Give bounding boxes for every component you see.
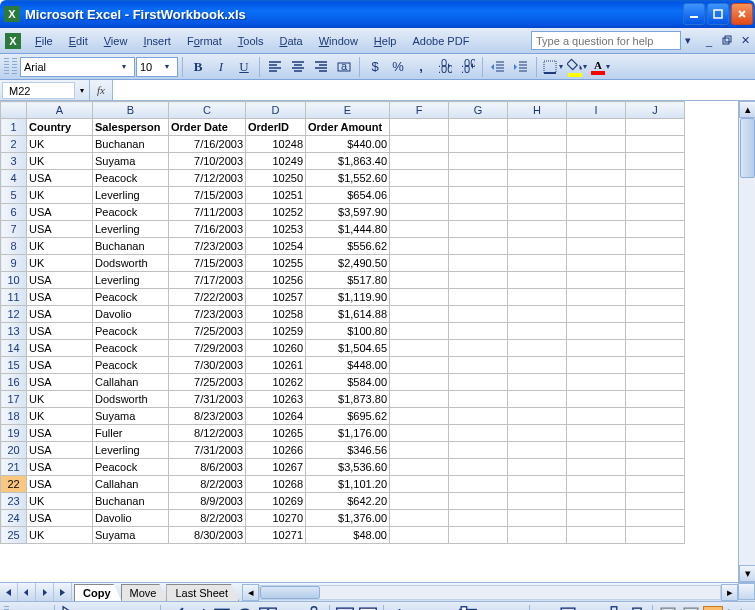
cell[interactable] xyxy=(567,289,626,306)
toggle-grid-button[interactable] xyxy=(703,606,723,611)
cell[interactable]: UK xyxy=(27,408,93,425)
cell[interactable]: 10255 xyxy=(246,255,306,272)
cell[interactable]: Peacock xyxy=(93,289,169,306)
tab-nav-prev-button[interactable] xyxy=(18,583,36,601)
cell[interactable]: Peacock xyxy=(93,340,169,357)
cell[interactable]: $1,101.20 xyxy=(306,476,390,493)
cell[interactable]: 7/30/2003 xyxy=(169,357,246,374)
help-search-input[interactable] xyxy=(531,31,681,50)
cell[interactable] xyxy=(508,238,567,255)
italic-button[interactable]: I xyxy=(210,56,232,78)
cell[interactable] xyxy=(626,527,685,544)
row-header-20[interactable]: 20 xyxy=(1,442,27,459)
cell[interactable] xyxy=(626,357,685,374)
cell[interactable]: USA xyxy=(27,442,93,459)
formula-input[interactable] xyxy=(112,80,755,100)
insert-diagram-button[interactable] xyxy=(303,604,325,611)
cell[interactable]: 10267 xyxy=(246,459,306,476)
row-header-23[interactable]: 23 xyxy=(1,493,27,510)
cell[interactable]: Davolio xyxy=(93,306,169,323)
cell[interactable]: $1,444.80 xyxy=(306,221,390,238)
cell[interactable] xyxy=(449,442,508,459)
cell[interactable] xyxy=(508,391,567,408)
cell[interactable]: 10263 xyxy=(246,391,306,408)
column-header-D[interactable]: D xyxy=(246,102,306,119)
row-header-19[interactable]: 19 xyxy=(1,425,27,442)
cell[interactable]: 7/31/2003 xyxy=(169,442,246,459)
row-header-10[interactable]: 10 xyxy=(1,272,27,289)
cell[interactable]: 10265 xyxy=(246,425,306,442)
cell[interactable] xyxy=(508,527,567,544)
cell[interactable]: 7/16/2003 xyxy=(169,136,246,153)
cell[interactable]: UK xyxy=(27,493,93,510)
cell[interactable]: 7/11/2003 xyxy=(169,204,246,221)
row-header-21[interactable]: 21 xyxy=(1,459,27,476)
cell[interactable] xyxy=(567,493,626,510)
cell[interactable]: Country xyxy=(27,119,93,136)
cell[interactable] xyxy=(449,408,508,425)
cell[interactable] xyxy=(390,255,449,272)
cell[interactable] xyxy=(390,357,449,374)
cell[interactable]: 7/16/2003 xyxy=(169,221,246,238)
cell[interactable] xyxy=(390,221,449,238)
cell[interactable] xyxy=(449,357,508,374)
cell[interactable] xyxy=(626,510,685,527)
cell[interactable]: USA xyxy=(27,272,93,289)
cell[interactable]: Buchanan xyxy=(93,136,169,153)
cell[interactable] xyxy=(390,204,449,221)
cell[interactable]: 7/12/2003 xyxy=(169,170,246,187)
row-header-24[interactable]: 24 xyxy=(1,510,27,527)
column-header-J[interactable]: J xyxy=(626,102,685,119)
cell[interactable]: 7/22/2003 xyxy=(169,289,246,306)
cell[interactable]: 10261 xyxy=(246,357,306,374)
toolbar-grip[interactable] xyxy=(4,606,9,611)
column-header-A[interactable]: A xyxy=(27,102,93,119)
cell[interactable] xyxy=(508,476,567,493)
cell[interactable]: 8/6/2003 xyxy=(169,459,246,476)
control-properties-button[interactable] xyxy=(657,604,679,611)
cell[interactable] xyxy=(449,153,508,170)
font-style-aa-button[interactable]: a xyxy=(411,604,433,611)
checkbox-control-button[interactable] xyxy=(503,604,525,611)
select-objects-button[interactable] xyxy=(59,604,81,611)
tab-nav-first-button[interactable] xyxy=(0,583,18,601)
combobox-control-button[interactable] xyxy=(580,604,602,611)
cell[interactable]: 10256 xyxy=(246,272,306,289)
column-header-B[interactable]: B xyxy=(93,102,169,119)
select-all-button[interactable] xyxy=(1,102,27,119)
cell[interactable]: Peacock xyxy=(93,459,169,476)
cell[interactable]: Fuller xyxy=(93,425,169,442)
row-header-9[interactable]: 9 xyxy=(1,255,27,272)
arrow-button[interactable] xyxy=(188,604,210,611)
cell[interactable] xyxy=(626,425,685,442)
row-header-25[interactable]: 25 xyxy=(1,527,27,544)
cell[interactable]: USA xyxy=(27,289,93,306)
cell[interactable]: 7/15/2003 xyxy=(169,255,246,272)
cell[interactable] xyxy=(626,153,685,170)
cell[interactable] xyxy=(626,306,685,323)
cell[interactable]: Buchanan xyxy=(93,238,169,255)
cell[interactable]: 10257 xyxy=(246,289,306,306)
row-header-11[interactable]: 11 xyxy=(1,289,27,306)
cell[interactable]: 8/2/2003 xyxy=(169,476,246,493)
row-header-14[interactable]: 14 xyxy=(1,340,27,357)
cell[interactable]: USA xyxy=(27,323,93,340)
cell[interactable]: Callahan xyxy=(93,476,169,493)
menu-window[interactable]: Window xyxy=(311,32,366,50)
percent-button[interactable]: % xyxy=(387,56,409,78)
cell[interactable] xyxy=(626,476,685,493)
cell[interactable]: USA xyxy=(27,357,93,374)
menu-tools[interactable]: Tools xyxy=(230,32,272,50)
cell[interactable]: $1,614.88 xyxy=(306,306,390,323)
cell[interactable] xyxy=(390,527,449,544)
cell[interactable] xyxy=(390,340,449,357)
cell[interactable]: 10260 xyxy=(246,340,306,357)
insert-wordart-button[interactable]: A xyxy=(280,604,302,611)
cell[interactable] xyxy=(626,255,685,272)
cell[interactable] xyxy=(508,221,567,238)
cell[interactable] xyxy=(626,204,685,221)
decrease-indent-button[interactable] xyxy=(487,56,509,78)
align-right-button[interactable] xyxy=(310,56,332,78)
help-dropdown-icon[interactable]: ▾ xyxy=(681,34,695,47)
tab-nav-next-button[interactable] xyxy=(36,583,54,601)
